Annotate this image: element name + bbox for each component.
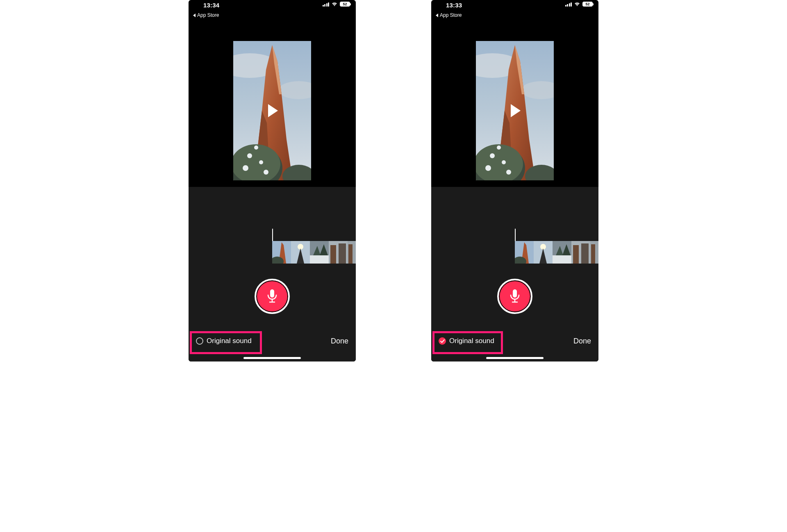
done-button[interactable]: Done (331, 337, 348, 346)
back-to-app-store-link[interactable]: App Store (193, 12, 219, 18)
done-button[interactable]: Done (573, 337, 591, 346)
microphone-icon (266, 289, 278, 304)
editor-panel: Original sound Done (189, 187, 356, 361)
original-sound-toggle[interactable]: Original sound (439, 337, 494, 345)
svg-point-30 (490, 153, 495, 158)
svg-rect-22 (270, 289, 274, 298)
svg-rect-21 (348, 244, 353, 264)
home-indicator[interactable] (243, 357, 301, 359)
phone-screenshot-left: 13:34 52 App Store (189, 0, 356, 361)
cellular-signal-icon (565, 2, 572, 7)
timeline[interactable] (189, 231, 356, 260)
svg-point-7 (243, 165, 248, 171)
svg-rect-46 (591, 244, 595, 264)
clip-thumb[interactable] (329, 241, 348, 264)
original-sound-toggle[interactable]: Original sound (196, 337, 252, 345)
original-sound-label: Original sound (207, 337, 252, 345)
svg-point-5 (247, 153, 252, 158)
svg-point-33 (506, 170, 511, 175)
clip-thumb[interactable] (348, 241, 356, 264)
clip-thumb[interactable] (534, 241, 553, 264)
svg-point-8 (264, 170, 268, 175)
play-icon[interactable] (507, 102, 523, 119)
microphone-icon (509, 289, 521, 304)
timeline-clips[interactable] (272, 241, 356, 264)
wifi-icon (574, 2, 580, 7)
clip-thumb[interactable] (291, 241, 310, 264)
svg-rect-16 (310, 255, 329, 264)
status-time: 13:33 (446, 2, 462, 9)
phone-screenshot-right: 13:33 52 App Store (431, 0, 598, 361)
clip-thumb[interactable] (272, 241, 291, 264)
record-voiceover-button[interactable] (255, 279, 290, 314)
svg-point-32 (485, 165, 491, 171)
play-icon[interactable] (264, 102, 280, 119)
svg-point-6 (259, 160, 263, 164)
clip-thumb[interactable] (515, 241, 534, 264)
svg-rect-43 (573, 245, 579, 264)
radio-checked-icon (439, 337, 446, 345)
original-sound-label: Original sound (449, 337, 494, 345)
status-bar: 13:33 52 (431, 0, 598, 11)
back-to-app-store-link[interactable]: App Store (436, 12, 462, 18)
clip-thumb[interactable] (571, 241, 590, 264)
video-preview[interactable] (476, 41, 554, 180)
svg-point-34 (497, 146, 501, 150)
battery-icon: 52 (582, 2, 593, 7)
svg-rect-18 (330, 245, 336, 264)
record-voiceover-button[interactable] (497, 279, 532, 314)
svg-rect-47 (513, 289, 517, 298)
svg-point-9 (254, 146, 258, 150)
svg-rect-41 (553, 255, 571, 264)
status-time: 13:34 (203, 2, 219, 9)
clip-thumb[interactable] (590, 241, 598, 264)
editor-panel: Original sound Done (431, 187, 598, 361)
svg-rect-19 (339, 243, 346, 264)
clip-thumb[interactable] (310, 241, 329, 264)
battery-icon: 52 (340, 2, 350, 7)
cellular-signal-icon (323, 2, 330, 7)
svg-rect-44 (581, 243, 589, 264)
timeline-clips[interactable] (515, 241, 598, 264)
clip-thumb[interactable] (553, 241, 571, 264)
wifi-icon (331, 2, 338, 7)
radio-unchecked-icon (196, 337, 203, 345)
video-preview[interactable] (233, 41, 311, 180)
svg-point-31 (502, 160, 506, 164)
timeline[interactable] (431, 231, 598, 260)
home-indicator[interactable] (486, 357, 544, 359)
status-bar: 13:34 52 (189, 0, 356, 11)
